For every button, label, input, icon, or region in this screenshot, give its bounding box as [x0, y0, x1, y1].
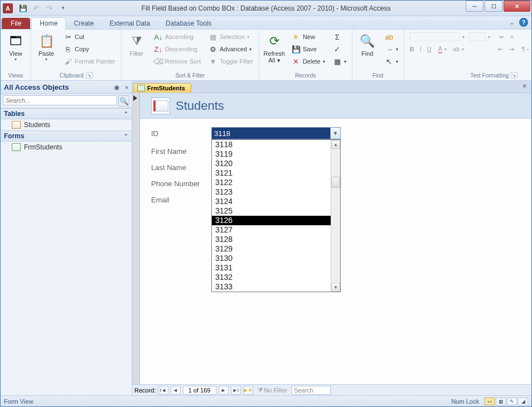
clipboard-launcher[interactable]: ↘ [86, 72, 93, 79]
numbering-button[interactable]: ≡ [510, 33, 514, 40]
maximize-button[interactable]: ☐ [485, 1, 502, 12]
combo-item[interactable]: 3118 [212, 140, 331, 149]
font-family-select[interactable]: ▾▾ [408, 31, 492, 42]
view-button[interactable]: 🗔 View ▾ [4, 31, 27, 63]
record-search-input[interactable] [292, 386, 331, 395]
tab-external-data[interactable]: External Data [101, 18, 158, 29]
next-record-button[interactable]: ► [219, 386, 229, 395]
nav-collapse-icon[interactable]: « [125, 84, 128, 90]
layout-view-button[interactable]: ✎ [507, 398, 517, 405]
font-color-button[interactable]: A [438, 45, 442, 54]
find-button[interactable]: 🔍 Find [356, 31, 379, 58]
combo-item[interactable]: 3129 [212, 244, 331, 254]
qat-dropdown-icon[interactable]: ▼ [57, 3, 69, 14]
record-selector[interactable] [132, 93, 140, 395]
italic-button[interactable]: I [420, 46, 422, 52]
combo-item[interactable]: 3119 [212, 149, 331, 159]
redo-icon[interactable]: ↷ [44, 3, 55, 14]
combo-dropdown-button[interactable]: ▼ [330, 128, 340, 139]
combo-item[interactable]: 3121 [212, 168, 331, 178]
bold-button[interactable]: B [410, 46, 414, 52]
new-record-button[interactable]: ✳New [289, 31, 327, 42]
sort-desc-icon: Z↓ [154, 45, 163, 54]
more-button[interactable]: ▦▾ [331, 56, 349, 67]
copy-button[interactable]: ⎘Copy [61, 43, 118, 55]
document-tab-frmstudents[interactable]: FrmStudents [133, 83, 191, 93]
save-record-button[interactable]: 💾Save [289, 43, 327, 55]
format-painter-button[interactable]: 🖌Format Painter [61, 56, 118, 67]
scroll-thumb[interactable] [331, 177, 340, 188]
id-combo-box[interactable]: ▼ [211, 127, 341, 139]
combo-item[interactable]: 3132 [212, 273, 331, 282]
nav-group-forms[interactable]: Forms⌃ [1, 130, 132, 142]
close-button[interactable]: ✕ [504, 1, 530, 12]
selection-button[interactable]: ▦Selection ▾ [206, 31, 255, 42]
combo-item[interactable]: 3133 [212, 282, 331, 292]
paste-button[interactable]: 📋 Paste ▾ [35, 31, 58, 63]
scroll-track[interactable] [331, 149, 340, 283]
last-record-button[interactable]: ►I [231, 386, 241, 395]
select-button[interactable]: ↖▾ [383, 56, 400, 67]
spelling-button[interactable]: ✓ [331, 43, 349, 55]
text-launcher[interactable]: ↘ [511, 72, 518, 79]
advanced-button[interactable]: ⚙Advanced ▾ [206, 43, 255, 55]
id-combo-input[interactable] [212, 128, 330, 139]
nav-group-tables[interactable]: Tables⌃ [1, 108, 132, 119]
combo-item[interactable]: 3130 [212, 254, 331, 263]
scroll-down-button[interactable]: ▼ [331, 283, 340, 292]
nav-item-frmstudents-form[interactable]: FrmStudents [1, 142, 132, 153]
sort-desc-button[interactable]: Z↓Descending [152, 43, 203, 55]
nav-item-students-table[interactable]: Students [1, 119, 132, 130]
combo-scrollbar[interactable]: ▲ ▼ [331, 140, 340, 292]
scroll-up-button[interactable]: ▲ [331, 140, 340, 149]
highlight-button[interactable]: ab [453, 46, 460, 52]
tab-database-tools[interactable]: Database Tools [158, 18, 220, 29]
design-view-button[interactable]: ◢ [518, 398, 528, 405]
combo-item[interactable]: 3122 [212, 178, 331, 187]
cut-button[interactable]: ✂Cut [61, 31, 118, 42]
form-view-button[interactable]: ▭ [485, 398, 495, 405]
indent-dec-button[interactable]: ⇤ [498, 46, 503, 53]
underline-button[interactable]: U [427, 46, 432, 52]
group-label-find: Find [356, 71, 400, 79]
tab-create[interactable]: Create [66, 18, 101, 29]
tab-home[interactable]: Home [31, 17, 66, 30]
prev-record-button[interactable]: ◄ [171, 386, 181, 395]
new-record-nav-button[interactable]: ►✳ [243, 386, 253, 395]
combo-item[interactable]: 3126 [212, 216, 331, 225]
combo-item[interactable]: 3131 [212, 263, 331, 273]
delete-record-button[interactable]: ✕Delete ▾ [289, 56, 327, 67]
datasheet-view-button[interactable]: ▦ [496, 398, 506, 405]
bullets-button[interactable]: ≔ [498, 33, 504, 41]
undo-icon[interactable]: ↶ [31, 3, 42, 14]
combo-item[interactable]: 3127 [212, 225, 331, 235]
filter-button[interactable]: ⧩ Filter [125, 31, 148, 58]
toggle-filter-button[interactable]: ▼Toggle Filter [206, 56, 255, 67]
combo-item[interactable]: 3125 [212, 206, 331, 216]
remove-sort-button[interactable]: ⌫Remove Sort [152, 56, 203, 67]
combo-item[interactable]: 3123 [212, 187, 331, 197]
help-icon[interactable]: ? [519, 18, 528, 27]
nav-header[interactable]: All Access Objects ◉ « [1, 81, 132, 94]
refresh-all-button[interactable]: ⟳ Refresh All ▾ [263, 31, 286, 65]
record-counter[interactable]: 1 of 169 [183, 386, 216, 395]
first-record-button[interactable]: I◄ [158, 386, 168, 395]
nav-filter-icon[interactable]: ◉ [114, 84, 119, 90]
combo-item[interactable]: 3128 [212, 235, 331, 244]
form-icon [12, 143, 21, 151]
minimize-button[interactable]: ─ [466, 1, 483, 12]
goto-button[interactable]: →▾ [383, 43, 400, 55]
minimize-ribbon-icon[interactable]: ⌄ [509, 18, 515, 26]
nav-search-input[interactable] [3, 95, 117, 105]
indent-inc-button[interactable]: ⇥ [509, 46, 514, 53]
file-tab[interactable]: File [2, 18, 30, 29]
totals-button[interactable]: Σ [331, 31, 349, 42]
document-close-button[interactable]: ✕ [520, 83, 528, 90]
combo-item[interactable]: 3120 [212, 159, 331, 168]
save-icon[interactable]: 💾 [17, 3, 28, 14]
combo-item[interactable]: 3124 [212, 197, 331, 206]
sort-asc-button[interactable]: A↓Ascending [152, 31, 203, 42]
replace-button[interactable]: ab [383, 31, 400, 42]
nav-search-button[interactable]: 🔍 [118, 95, 129, 106]
ltr-button[interactable]: ¶← [522, 46, 531, 52]
